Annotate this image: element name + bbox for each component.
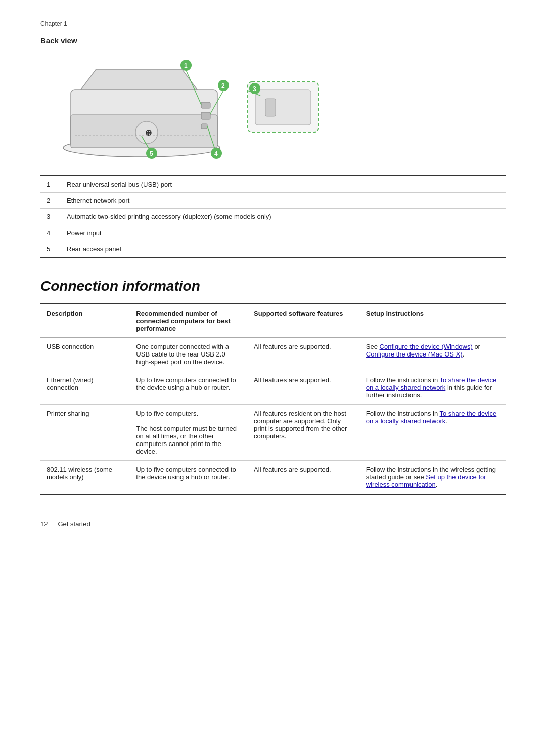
col-header-recommended: Recommended number of connected computer… bbox=[130, 304, 248, 338]
conn-description: Printer sharing bbox=[40, 405, 130, 461]
part-description: Rear universal serial bus (USB) port bbox=[61, 176, 506, 193]
conn-table-row: 802.11 wireless (some models only) Up to… bbox=[40, 461, 506, 495]
conn-recommended: Up to five computers.The host computer m… bbox=[130, 405, 248, 461]
conn-software: All features resident on the host comput… bbox=[248, 405, 360, 461]
part-description: Automatic two-sided printing accessory (… bbox=[61, 209, 506, 225]
part-description: Ethernet network port bbox=[61, 193, 506, 209]
conn-software: All features are supported. bbox=[248, 338, 360, 371]
part-number: 3 bbox=[40, 209, 61, 225]
setup-link[interactable]: Configure the device (Windows) bbox=[380, 343, 473, 350]
setup-link[interactable]: Set up the device for wireless communica… bbox=[366, 473, 486, 488]
back-view-diagram: ⊕ 1 2 4 5 bbox=[40, 54, 324, 160]
conn-table-row: Ethernet (wired) connection Up to five c… bbox=[40, 371, 506, 405]
parts-table-row: 4 Power input bbox=[40, 225, 506, 241]
parts-table-row: 3 Automatic two-sided printing accessory… bbox=[40, 209, 506, 225]
footer-page-number: 12 bbox=[40, 520, 48, 528]
part-number: 4 bbox=[40, 225, 61, 241]
conn-software: All features are supported. bbox=[248, 371, 360, 405]
footer: 12 Get started bbox=[40, 515, 506, 528]
part-number: 5 bbox=[40, 241, 61, 258]
col-header-description: Description bbox=[40, 304, 130, 338]
svg-text:3: 3 bbox=[253, 85, 256, 93]
svg-text:2: 2 bbox=[221, 82, 225, 90]
chapter-label: Chapter 1 bbox=[40, 20, 506, 27]
part-description: Rear access panel bbox=[61, 241, 506, 258]
setup-link[interactable]: To share the device on a locally shared … bbox=[366, 410, 496, 425]
setup-link[interactable]: Configure the device (Mac OS X) bbox=[366, 350, 463, 358]
conn-description: USB connection bbox=[40, 338, 130, 371]
svg-rect-5 bbox=[201, 102, 210, 108]
back-view-title: Back view bbox=[40, 36, 506, 45]
svg-rect-23 bbox=[265, 99, 276, 116]
conn-description: Ethernet (wired) connection bbox=[40, 371, 130, 405]
svg-text:4: 4 bbox=[214, 150, 218, 157]
svg-text:1: 1 bbox=[184, 62, 188, 69]
conn-recommended: Up to five computers connected to the de… bbox=[130, 371, 248, 405]
svg-text:5: 5 bbox=[150, 150, 153, 157]
setup-link[interactable]: To share the device on a locally shared … bbox=[366, 376, 496, 391]
part-number: 1 bbox=[40, 176, 61, 193]
parts-table-row: 5 Rear access panel bbox=[40, 241, 506, 258]
printer-diagram-svg: ⊕ 1 2 4 5 bbox=[40, 54, 324, 160]
svg-rect-6 bbox=[201, 112, 210, 119]
conn-description: 802.11 wireless (some models only) bbox=[40, 461, 130, 495]
svg-rect-7 bbox=[201, 124, 207, 129]
footer-text: Get started bbox=[58, 520, 90, 528]
conn-table-row: Printer sharing Up to five computers.The… bbox=[40, 405, 506, 461]
col-header-setup: Setup instructions bbox=[360, 304, 506, 338]
conn-setup: Follow the instructions in the wireless … bbox=[360, 461, 506, 495]
parts-table-row: 2 Ethernet network port bbox=[40, 193, 506, 209]
conn-setup: See Configure the device (Windows) or Co… bbox=[360, 338, 506, 371]
col-header-software: Supported software features bbox=[248, 304, 360, 338]
conn-recommended: One computer connected with a USB cable … bbox=[130, 338, 248, 371]
conn-setup: Follow the instructions in To share the … bbox=[360, 405, 506, 461]
conn-table-row: USB connection One computer connected wi… bbox=[40, 338, 506, 371]
parts-table-row: 1 Rear universal serial bus (USB) port bbox=[40, 176, 506, 193]
part-description: Power input bbox=[61, 225, 506, 241]
part-number: 2 bbox=[40, 193, 61, 209]
connection-info-title: Connection information bbox=[40, 278, 506, 294]
parts-table: 1 Rear universal serial bus (USB) port 2… bbox=[40, 175, 506, 258]
conn-software: All features are supported. bbox=[248, 461, 360, 495]
conn-setup: Follow the instructions in To share the … bbox=[360, 371, 506, 405]
conn-recommended: Up to five computers connected to the de… bbox=[130, 461, 248, 495]
connection-table: Description Recommended number of connec… bbox=[40, 303, 506, 495]
svg-rect-22 bbox=[255, 90, 311, 125]
svg-text:⊕: ⊕ bbox=[145, 128, 152, 137]
